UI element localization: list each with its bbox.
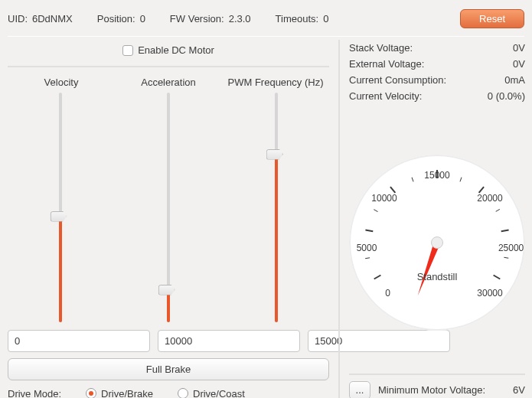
sliders-header: Velocity Acceleration PWM Frequency (Hz): [8, 73, 329, 93]
current-velocity-row: Current Velocity: 0 (0.0%): [349, 88, 525, 104]
external-voltage-row: External Voltage: 0V: [349, 56, 525, 72]
drive-brake-radio[interactable]: Drive/Brake: [86, 388, 153, 399]
stack-voltage-row: Stack Voltage: 0V: [349, 40, 525, 56]
timeouts-value: 0: [323, 13, 328, 24]
divider: [8, 36, 524, 37]
full-brake-button[interactable]: Full Brake: [8, 358, 329, 380]
current-velocity-value: 0 (0.0%): [488, 90, 525, 102]
header-bar: UID: 6DdNMX Position: 0 FW Version: 2.3.…: [8, 8, 524, 36]
current-consumption-label: Current Consumption:: [349, 74, 446, 86]
current-consumption-row: Current Consumption: 0mA: [349, 72, 525, 88]
stack-voltage-value: 0V: [513, 42, 525, 54]
velocity-slider[interactable]: [11, 93, 109, 322]
velocity-input[interactable]: [8, 330, 150, 352]
gauge-hub-icon: [431, 237, 443, 249]
reset-button[interactable]: Reset: [460, 9, 524, 28]
slider-thumb-icon[interactable]: [158, 285, 175, 295]
radio-dot-icon: [86, 388, 96, 398]
fw-value: 2.3.0: [229, 13, 251, 24]
fw-version-field: FW Version: 2.3.0: [170, 13, 251, 24]
min-voltage-value: 6V: [513, 384, 525, 396]
drive-brake-label: Drive/Brake: [101, 388, 153, 399]
current-consumption-value: 0mA: [504, 74, 525, 86]
right-panel: Stack Voltage: 0V External Voltage: 0V C…: [338, 40, 525, 398]
enable-dc-motor-checkbox[interactable]: Enable DC Motor: [122, 44, 214, 56]
position-label: Position:: [97, 13, 135, 24]
uid-value: 6DdNMX: [32, 13, 73, 24]
enable-label: Enable DC Motor: [138, 44, 214, 56]
pwm-header: PWM Frequency (Hz): [222, 77, 329, 88]
timeouts-label: Timeouts:: [276, 13, 319, 24]
gauge-center-label: Standstill: [417, 271, 458, 282]
velocity-header: Velocity: [8, 77, 115, 88]
gauge-area: 0 5000 10000 15000 20000 25000 30000 Sta…: [349, 104, 525, 366]
gauge-tick-0: 0: [385, 288, 390, 298]
pwm-slider[interactable]: [227, 93, 326, 322]
acceleration-slider[interactable]: [119, 93, 217, 322]
fw-label: FW Version:: [170, 13, 224, 24]
min-voltage-config-button[interactable]: ...: [349, 381, 370, 399]
gauge-tick-1: 5000: [357, 243, 377, 253]
current-velocity-label: Current Velocity:: [349, 90, 422, 102]
external-voltage-value: 0V: [513, 58, 525, 70]
checkbox-box-icon: [122, 45, 133, 56]
gauge-tick-5: 25000: [498, 243, 524, 253]
sliders-area: [8, 93, 329, 322]
uid-label: UID:: [8, 13, 28, 24]
radio-dot-icon: [178, 388, 188, 398]
drive-coast-radio[interactable]: Drive/Coast: [178, 388, 245, 399]
gauge-tick-2: 10000: [371, 193, 397, 204]
min-voltage-label: Minimum Motor Voltage:: [378, 384, 485, 396]
acceleration-input[interactable]: [158, 330, 300, 352]
gauge-tick-4: 20000: [477, 193, 502, 204]
slider-inputs: [8, 330, 329, 352]
position-field: Position: 0: [97, 13, 145, 24]
drive-coast-label: Drive/Coast: [193, 388, 245, 399]
position-value: 0: [140, 13, 145, 24]
acceleration-header: Acceleration: [115, 77, 222, 88]
gauge-tick-3: 15000: [424, 170, 449, 181]
timeouts-field: Timeouts: 0: [276, 13, 329, 24]
speedometer-gauge: 0 5000 10000 15000 20000 25000 30000 Sta…: [349, 155, 525, 331]
slider-thumb-icon[interactable]: [50, 211, 67, 222]
min-voltage-row: ... Minimum Motor Voltage: 6V: [349, 374, 525, 399]
gauge-tick-6: 30000: [477, 288, 502, 298]
enable-row: Enable DC Motor: [8, 40, 329, 67]
drive-mode-label: Drive Mode:: [8, 388, 61, 399]
stack-voltage-label: Stack Voltage:: [349, 42, 413, 54]
slider-thumb-icon[interactable]: [266, 149, 283, 160]
drive-mode-row: Drive Mode: Drive/Brake Drive/Coast: [8, 388, 329, 399]
uid-field: UID: 6DdNMX: [8, 13, 73, 24]
external-voltage-label: External Voltage:: [349, 58, 424, 70]
left-panel: Enable DC Motor Velocity Acceleration PW…: [8, 40, 329, 398]
